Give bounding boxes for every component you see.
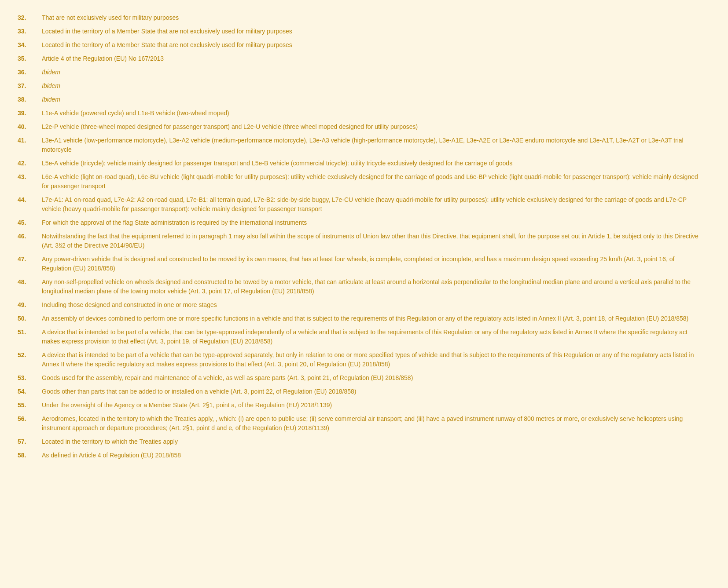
list-item: 55.Under the oversight of the Agency or … xyxy=(18,401,700,410)
item-text: As defined in Article 4 of Regulation (E… xyxy=(42,451,700,460)
list-item: 34.Located in the territory of a Member … xyxy=(18,40,700,50)
item-text: Article 4 of the Regulation (EU) No 167/… xyxy=(42,54,700,63)
list-item: 45.For which the approval of the flag St… xyxy=(18,218,700,227)
item-text: Located in the territory of a Member Sta… xyxy=(42,40,700,50)
item-text: Including those designed and constructed… xyxy=(42,300,700,310)
list-item: 38.Ibidem xyxy=(18,95,700,104)
list-item: 36.Ibidem xyxy=(18,68,700,77)
item-text: L1e-A vehicle (powered cycle) and L1e-B … xyxy=(42,109,700,118)
item-text: Notwithstanding the fact that the equipm… xyxy=(42,232,700,250)
item-number: 38. xyxy=(18,95,42,104)
item-number: 45. xyxy=(18,218,42,227)
list-item: 35.Article 4 of the Regulation (EU) No 1… xyxy=(18,54,700,63)
list-item: 32.That are not exclusively used for mil… xyxy=(18,13,700,22)
item-text: Located in the territory to which the Tr… xyxy=(42,437,700,446)
item-text: Any non-self-propelled vehicle on wheels… xyxy=(42,278,700,296)
item-text: For which the approval of the flag State… xyxy=(42,218,700,227)
item-number: 48. xyxy=(18,278,42,296)
item-text: That are not exclusively used for milita… xyxy=(42,13,700,22)
list-item: 52.A device that is intended to be part … xyxy=(18,351,700,369)
item-text: Under the oversight of the Agency or a M… xyxy=(42,401,700,410)
item-text: L2e-P vehicle (three-wheel moped designe… xyxy=(42,122,700,131)
item-number: 55. xyxy=(18,401,42,410)
list-item: 51.A device that is intended to be part … xyxy=(18,328,700,346)
item-number: 35. xyxy=(18,54,42,63)
item-text: L6e-A vehicle (light on-road quad), L6e-… xyxy=(42,172,700,191)
item-number: 54. xyxy=(18,387,42,396)
item-number: 49. xyxy=(18,300,42,310)
item-text: Goods other than parts that can be added… xyxy=(42,387,700,396)
item-number: 46. xyxy=(18,232,42,250)
item-text: Ibidem xyxy=(42,95,700,104)
list-item: 56.Aerodromes, located in the territory … xyxy=(18,414,700,433)
footnotes-list: 32.That are not exclusively used for mil… xyxy=(18,13,700,460)
item-number: 43. xyxy=(18,172,42,191)
item-text: L5e-A vehicle (tricycle): vehicle mainly… xyxy=(42,159,700,168)
item-number: 42. xyxy=(18,159,42,168)
item-number: 32. xyxy=(18,13,42,22)
item-number: 34. xyxy=(18,40,42,50)
list-item: 46.Notwithstanding the fact that the equ… xyxy=(18,232,700,250)
item-number: 50. xyxy=(18,314,42,323)
item-number: 53. xyxy=(18,373,42,383)
item-text: A device that is intended to be part of … xyxy=(42,328,700,346)
list-item: 47.Any power-driven vehicle that is desi… xyxy=(18,255,700,273)
list-item: 40.L2e-P vehicle (three-wheel moped desi… xyxy=(18,122,700,131)
list-item: 44.L7e-A1: A1 on-road quad, L7e-A2: A2 o… xyxy=(18,195,700,214)
list-item: 53.Goods used for the assembly, repair a… xyxy=(18,373,700,383)
item-number: 41. xyxy=(18,136,42,154)
list-item: 54.Goods other than parts that can be ad… xyxy=(18,387,700,396)
list-item: 33.Located in the territory of a Member … xyxy=(18,27,700,36)
list-item: 50.An assembly of devices combined to pe… xyxy=(18,314,700,323)
list-item: 49.Including those designed and construc… xyxy=(18,300,700,310)
item-text: A device that is intended to be part of … xyxy=(42,351,700,369)
item-text: Located in the territory of a Member Sta… xyxy=(42,27,700,36)
item-number: 39. xyxy=(18,109,42,118)
item-number: 57. xyxy=(18,437,42,446)
item-number: 33. xyxy=(18,27,42,36)
list-item: 42.L5e-A vehicle (tricycle): vehicle mai… xyxy=(18,159,700,168)
item-number: 36. xyxy=(18,68,42,77)
item-text: Ibidem xyxy=(42,81,700,91)
item-text: Goods used for the assembly, repair and … xyxy=(42,373,700,383)
item-number: 44. xyxy=(18,195,42,214)
item-number: 51. xyxy=(18,328,42,346)
item-number: 37. xyxy=(18,81,42,91)
list-item: 43.L6e-A vehicle (light on-road quad), L… xyxy=(18,172,700,191)
item-number: 47. xyxy=(18,255,42,273)
item-number: 56. xyxy=(18,414,42,433)
item-text: Ibidem xyxy=(42,68,700,77)
item-number: 40. xyxy=(18,122,42,131)
item-text: Aerodromes, located in the territory to … xyxy=(42,414,700,433)
item-text: Any power-driven vehicle that is designe… xyxy=(42,255,700,273)
list-item: 57.Located in the territory to which the… xyxy=(18,437,700,446)
list-item: 39.L1e-A vehicle (powered cycle) and L1e… xyxy=(18,109,700,118)
item-number: 58. xyxy=(18,451,42,460)
item-text: An assembly of devices combined to perfo… xyxy=(42,314,700,323)
list-item: 58.As defined in Article 4 of Regulation… xyxy=(18,451,700,460)
item-number: 52. xyxy=(18,351,42,369)
list-item: 37.Ibidem xyxy=(18,81,700,91)
item-text: L3e-A1 vehicle (low-performance motorcyc… xyxy=(42,136,700,154)
item-text: L7e-A1: A1 on-road quad, L7e-A2: A2 on-r… xyxy=(42,195,700,214)
list-item: 41.L3e-A1 vehicle (low-performance motor… xyxy=(18,136,700,154)
list-item: 48.Any non-self-propelled vehicle on whe… xyxy=(18,278,700,296)
